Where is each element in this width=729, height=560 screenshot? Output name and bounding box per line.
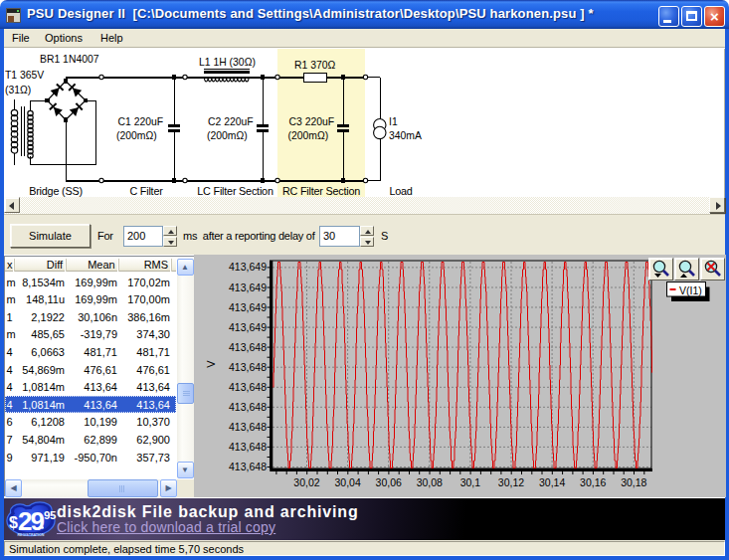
svg-text:413,649: 413,649 (229, 281, 267, 293)
svg-text:413,648: 413,648 (229, 381, 267, 393)
svg-text:413,648: 413,648 (229, 341, 267, 353)
svg-text:413,648: 413,648 (229, 421, 267, 433)
svg-text:V: V (205, 360, 217, 368)
svg-text:(200mΩ): (200mΩ) (288, 130, 329, 141)
svg-text:30,04: 30,04 (334, 476, 360, 488)
svg-text:(200mΩ): (200mΩ) (207, 130, 248, 141)
svg-text:30,08: 30,08 (417, 476, 443, 488)
svg-text:V(I1): V(I1) (679, 284, 702, 296)
svg-text:I1: I1 (389, 116, 398, 127)
svg-text:30,1: 30,1 (460, 476, 481, 488)
svg-text:L1 1H (30Ω): L1 1H (30Ω) (199, 57, 256, 68)
svg-text:30,06: 30,06 (376, 476, 402, 488)
svg-text:$: $ (9, 514, 18, 531)
svg-text:413,648: 413,648 (229, 461, 267, 472)
svg-text:29: 29 (18, 506, 44, 536)
svg-text:T1 365V: T1 365V (5, 70, 44, 81)
svg-text:RC Filter Section: RC Filter Section (282, 185, 360, 197)
svg-text:(31Ω): (31Ω) (5, 85, 31, 95)
svg-text:LC Filter Section: LC Filter Section (197, 185, 273, 197)
svg-text:413,649: 413,649 (229, 321, 267, 333)
svg-text:413,649: 413,649 (229, 301, 267, 313)
svg-text:30,02: 30,02 (293, 476, 319, 488)
svg-text:Bridge (SS): Bridge (SS) (29, 185, 83, 197)
svg-text:30,16: 30,16 (580, 476, 606, 488)
svg-text:413,648: 413,648 (229, 401, 267, 413)
svg-text:Load: Load (389, 185, 412, 197)
svg-text:C Filter: C Filter (129, 185, 163, 197)
svg-text:30,18: 30,18 (621, 476, 646, 488)
svg-text:413,649: 413,649 (229, 261, 267, 273)
svg-text:413,648: 413,648 (229, 441, 267, 453)
svg-text:413,648: 413,648 (229, 361, 267, 373)
svg-text:REGISTRATION: REGISTRATION (18, 533, 45, 537)
svg-text:BR1 1N4007: BR1 1N4007 (40, 54, 99, 65)
svg-text:30,12: 30,12 (498, 476, 524, 488)
svg-text:95: 95 (44, 509, 57, 521)
svg-text:C1 220uF: C1 220uF (118, 116, 164, 127)
svg-text:340mA: 340mA (389, 130, 422, 141)
svg-text:C3 220uF: C3 220uF (289, 116, 335, 127)
svg-text:R1 370Ω: R1 370Ω (294, 60, 336, 71)
svg-text:(200mΩ): (200mΩ) (116, 130, 157, 141)
svg-text:30,14: 30,14 (539, 476, 565, 488)
svg-text:C2 220uF: C2 220uF (208, 116, 254, 127)
